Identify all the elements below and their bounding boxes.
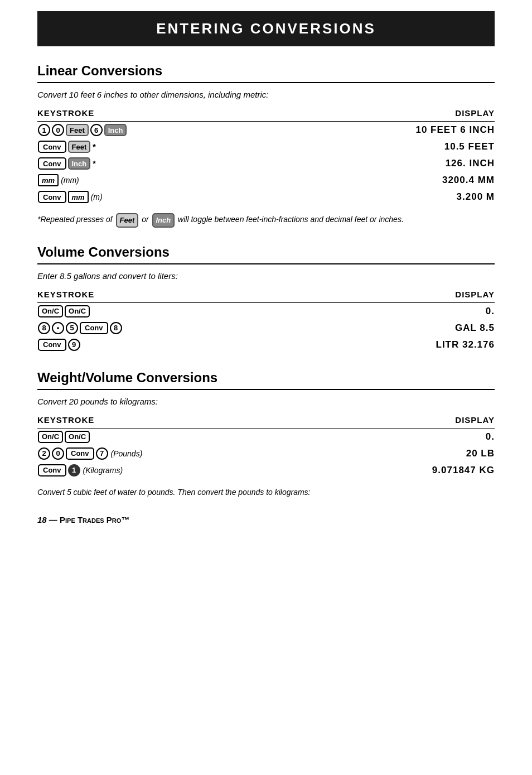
key-6: 6 — [90, 124, 103, 136]
keystroke-row: On/C On/C — [37, 430, 266, 444]
display-cell: 126. INCH — [266, 155, 495, 172]
keystroke-cell: On/C On/C — [37, 302, 266, 320]
footer-page-number: 18 — — [37, 515, 60, 524]
footer-brand: Pipe Trades Pro — [60, 515, 121, 524]
volume-divider — [37, 263, 495, 264]
weight-volume-section-title: Weight/Volume Conversions — [37, 370, 495, 386]
key-conv: Conv — [38, 191, 66, 203]
key-8: 8 — [38, 322, 50, 334]
keystroke-row: Conv 9 — [37, 338, 266, 352]
weight-volume-conversions-section: Weight/Volume Conversions Convert 20 pou… — [37, 370, 495, 498]
keystroke-row: Conv 1 (Kilograms) — [37, 464, 266, 477]
weight-volume-divider — [37, 389, 495, 390]
display-cell: 0. — [266, 302, 495, 320]
display-cell: LITR 32.176 — [266, 336, 495, 353]
display-cell: GAL 8.5 — [266, 320, 495, 336]
table-row: Conv 1 (Kilograms) 9.071847 KG — [37, 462, 495, 479]
display-header: DISPLAY — [266, 108, 495, 122]
keystroke-header: KEYSTROKE — [37, 415, 266, 429]
key-onc: On/C — [38, 305, 63, 317]
key-feet: Feet — [68, 141, 91, 153]
pounds-label: (Pounds) — [111, 449, 143, 458]
keystroke-cell: Conv mm (m) — [37, 189, 266, 205]
footer-trademark: ™ — [121, 515, 129, 524]
weight-volume-note: Convert 5 cubic feet of water to pounds.… — [37, 487, 495, 498]
key-0: 0 — [52, 124, 64, 136]
table-row: Conv Feet * 10.5 FEET — [37, 138, 495, 155]
table-row: mm (mm) 3200.4 MM — [37, 172, 495, 189]
keystroke-cell: 1 0 Feet 6 Inch — [37, 122, 266, 139]
key-inch: Inch — [68, 157, 91, 170]
inline-feet-key: Feet — [116, 213, 139, 228]
keystroke-row: 8 • 5 Conv 8 — [37, 321, 266, 335]
table-row: Conv 9 LITR 32.176 — [37, 336, 495, 353]
volume-conversions-section: Volume Conversions Enter 8.5 gallons and… — [37, 244, 495, 353]
keystroke-cell: Conv Feet * — [37, 138, 266, 155]
keystroke-row: 1 0 Feet 6 Inch — [37, 123, 266, 137]
keystroke-row: 2 0 Conv 7 (Pounds) — [37, 447, 266, 460]
weight-volume-description: Convert 20 pounds to kilograms: — [37, 397, 495, 406]
keystroke-cell: 2 0 Conv 7 (Pounds) — [37, 445, 266, 462]
linear-conversions-section: Linear Conversions Convert 10 feet 6 inc… — [37, 63, 495, 228]
display-cell: 20 LB — [266, 445, 495, 462]
volume-table: KEYSTROKE DISPLAY On/C On/C 0. — [37, 290, 495, 353]
asterisk: * — [93, 159, 95, 168]
linear-divider — [37, 82, 495, 83]
key-onc: On/C — [65, 431, 90, 443]
linear-note: *Repeated presses of Feet or Inch will t… — [37, 213, 495, 228]
table-row: On/C On/C 0. — [37, 302, 495, 320]
keystroke-row: On/C On/C — [37, 305, 266, 318]
key-9: 9 — [68, 339, 80, 351]
inline-inch-key: Inch — [152, 213, 175, 228]
weight-volume-table: KEYSTROKE DISPLAY On/C On/C 0. — [37, 415, 495, 479]
mm-label: (mm) — [61, 176, 79, 185]
table-row: 1 0 Feet 6 Inch 10 FEET 6 INCH — [37, 122, 495, 139]
asterisk: * — [93, 142, 95, 151]
key-0: 0 — [52, 447, 64, 460]
display-cell: 9.071847 KG — [266, 462, 495, 479]
table-row: Conv Inch * 126. INCH — [37, 155, 495, 172]
key-7: 7 — [96, 447, 108, 460]
display-cell: 0. — [266, 428, 495, 445]
m-label: (m) — [91, 192, 103, 201]
key-conv: Conv — [38, 141, 66, 153]
key-mm: mm — [68, 191, 89, 203]
key-1: 1 — [38, 124, 50, 136]
keystroke-cell: Conv 9 — [37, 336, 266, 353]
key-conv: Conv — [38, 464, 66, 476]
volume-section-title: Volume Conversions — [37, 244, 495, 260]
keystroke-header: KEYSTROKE — [37, 108, 266, 122]
key-onc: On/C — [65, 305, 90, 317]
key-1-dark: 1 — [68, 464, 80, 476]
display-header: DISPLAY — [266, 415, 495, 429]
linear-section-title: Linear Conversions — [37, 63, 495, 79]
keystroke-cell: 8 • 5 Conv 8 — [37, 320, 266, 336]
key-conv: Conv — [80, 322, 108, 334]
table-row: 2 0 Conv 7 (Pounds) 20 LB — [37, 445, 495, 462]
page-footer: 18 — Pipe Trades Pro™ — [37, 515, 495, 524]
key-5: 5 — [66, 322, 78, 334]
display-cell: 3200.4 MM — [266, 172, 495, 189]
keystroke-row: mm (mm) — [37, 174, 266, 187]
key-onc: On/C — [38, 431, 63, 443]
keystroke-row: Conv Feet * — [37, 140, 266, 153]
key-conv: Conv — [66, 447, 94, 460]
page-header: ENTERING CONVERSIONS — [37, 11, 495, 46]
keystroke-cell: mm (mm) — [37, 172, 266, 189]
linear-description: Convert 10 feet 6 inches to other dimens… — [37, 90, 495, 99]
table-row: 8 • 5 Conv 8 GAL 8.5 — [37, 320, 495, 336]
key-feet: Feet — [66, 124, 89, 136]
key-2: 2 — [38, 447, 50, 460]
keystroke-header: KEYSTROKE — [37, 290, 266, 303]
kilograms-label: (Kilograms) — [83, 466, 123, 475]
display-cell: 10.5 FEET — [266, 138, 495, 155]
keystroke-cell: Conv 1 (Kilograms) — [37, 462, 266, 479]
display-cell: 3.200 M — [266, 189, 495, 205]
table-row: On/C On/C 0. — [37, 428, 495, 445]
page-title: ENTERING CONVERSIONS — [49, 20, 483, 37]
display-cell: 10 FEET 6 INCH — [266, 122, 495, 139]
key-conv: Conv — [38, 157, 66, 170]
key-mm: mm — [38, 174, 59, 186]
linear-table: KEYSTROKE DISPLAY 1 0 Feet 6 Inch — [37, 108, 495, 205]
keystroke-cell: On/C On/C — [37, 428, 266, 445]
